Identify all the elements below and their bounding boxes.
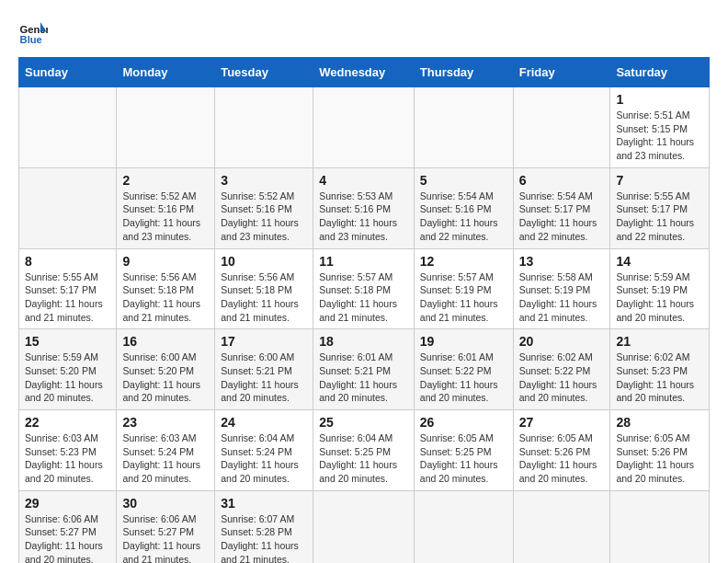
day-info: Sunrise: 5:52 AM Sunset: 5:16 PM Dayligh… xyxy=(221,190,307,244)
day-info: Sunrise: 6:06 AM Sunset: 5:27 PM Dayligh… xyxy=(25,512,110,563)
day-info: Sunrise: 6:02 AM Sunset: 5:23 PM Dayligh… xyxy=(616,350,703,405)
day-number: 12 xyxy=(420,254,507,269)
calendar-week-1: 2Sunrise: 5:52 AM Sunset: 5:16 PM Daylig… xyxy=(19,167,710,248)
day-number: 14 xyxy=(616,254,703,269)
day-info: Sunrise: 5:57 AM Sunset: 5:18 PM Dayligh… xyxy=(319,270,408,325)
day-info: Sunrise: 5:59 AM Sunset: 5:19 PM Dayligh… xyxy=(616,270,703,325)
day-info: Sunrise: 5:59 AM Sunset: 5:20 PM Dayligh… xyxy=(25,350,110,405)
day-cell-12: 12Sunrise: 5:57 AM Sunset: 5:19 PM Dayli… xyxy=(414,248,513,329)
day-number: 20 xyxy=(519,334,605,349)
day-info: Sunrise: 6:02 AM Sunset: 5:22 PM Dayligh… xyxy=(519,350,605,405)
day-info: Sunrise: 6:03 AM Sunset: 5:23 PM Dayligh… xyxy=(25,431,110,486)
day-number: 7 xyxy=(616,173,703,188)
day-cell-11: 11Sunrise: 5:57 AM Sunset: 5:18 PM Dayli… xyxy=(313,248,415,329)
day-info: Sunrise: 5:55 AM Sunset: 5:17 PM Dayligh… xyxy=(616,190,703,244)
day-number: 8 xyxy=(25,254,110,269)
day-cell-29: 29Sunrise: 6:06 AM Sunset: 5:27 PM Dayli… xyxy=(19,490,117,563)
day-number: 24 xyxy=(221,415,307,430)
day-number: 11 xyxy=(319,254,408,269)
day-cell-24: 24Sunrise: 6:04 AM Sunset: 5:24 PM Dayli… xyxy=(215,410,313,491)
calendar-body: 1Sunrise: 5:51 AM Sunset: 5:15 PM Daylig… xyxy=(19,87,710,564)
day-cell-1: 1Sunrise: 5:51 AM Sunset: 5:15 PM Daylig… xyxy=(610,87,710,168)
day-number: 26 xyxy=(420,415,507,430)
day-header-tuesday: Tuesday xyxy=(215,58,313,87)
calendar-week-4: 22Sunrise: 6:03 AM Sunset: 5:23 PM Dayli… xyxy=(19,410,710,491)
day-info: Sunrise: 5:57 AM Sunset: 5:19 PM Dayligh… xyxy=(420,270,507,325)
day-header-sunday: Sunday xyxy=(19,58,117,87)
day-cell-31: 31Sunrise: 6:07 AM Sunset: 5:28 PM Dayli… xyxy=(215,490,313,563)
day-number: 5 xyxy=(420,173,507,188)
day-number: 13 xyxy=(519,254,605,269)
day-number: 10 xyxy=(221,254,307,269)
day-number: 28 xyxy=(616,415,703,430)
day-info: Sunrise: 6:05 AM Sunset: 5:26 PM Dayligh… xyxy=(519,431,605,486)
empty-cell xyxy=(19,167,117,248)
day-cell-30: 30Sunrise: 6:06 AM Sunset: 5:27 PM Dayli… xyxy=(117,490,215,563)
day-info: Sunrise: 6:07 AM Sunset: 5:28 PM Dayligh… xyxy=(221,512,307,563)
day-cell-8: 8Sunrise: 5:55 AM Sunset: 5:17 PM Daylig… xyxy=(19,248,117,329)
day-cell-13: 13Sunrise: 5:58 AM Sunset: 5:19 PM Dayli… xyxy=(513,248,610,329)
page-header: General Blue xyxy=(18,18,710,48)
logo: General Blue xyxy=(18,18,48,48)
calendar-header-row: SundayMondayTuesdayWednesdayThursdayFrid… xyxy=(19,58,710,87)
day-cell-22: 22Sunrise: 6:03 AM Sunset: 5:23 PM Dayli… xyxy=(19,410,117,491)
day-header-wednesday: Wednesday xyxy=(313,58,415,87)
empty-cell xyxy=(610,490,710,563)
day-number: 17 xyxy=(221,334,307,349)
calendar-week-2: 8Sunrise: 5:55 AM Sunset: 5:17 PM Daylig… xyxy=(19,248,710,329)
day-cell-14: 14Sunrise: 5:59 AM Sunset: 5:19 PM Dayli… xyxy=(610,248,710,329)
calendar-table: SundayMondayTuesdayWednesdayThursdayFrid… xyxy=(18,57,710,563)
day-info: Sunrise: 6:00 AM Sunset: 5:20 PM Dayligh… xyxy=(122,350,209,405)
empty-cell xyxy=(313,87,415,168)
day-info: Sunrise: 6:05 AM Sunset: 5:25 PM Dayligh… xyxy=(420,431,507,486)
day-header-saturday: Saturday xyxy=(610,58,710,87)
day-info: Sunrise: 6:01 AM Sunset: 5:21 PM Dayligh… xyxy=(319,350,408,405)
day-cell-20: 20Sunrise: 6:02 AM Sunset: 5:22 PM Dayli… xyxy=(513,329,610,410)
empty-cell xyxy=(414,87,513,168)
day-cell-25: 25Sunrise: 6:04 AM Sunset: 5:25 PM Dayli… xyxy=(313,410,415,491)
day-cell-4: 4Sunrise: 5:53 AM Sunset: 5:16 PM Daylig… xyxy=(313,167,415,248)
calendar-week-5: 29Sunrise: 6:06 AM Sunset: 5:27 PM Dayli… xyxy=(19,490,710,563)
day-number: 3 xyxy=(221,173,307,188)
day-info: Sunrise: 5:58 AM Sunset: 5:19 PM Dayligh… xyxy=(519,270,605,325)
day-info: Sunrise: 6:01 AM Sunset: 5:22 PM Dayligh… xyxy=(420,350,507,405)
day-cell-28: 28Sunrise: 6:05 AM Sunset: 5:26 PM Dayli… xyxy=(610,410,710,491)
day-info: Sunrise: 5:54 AM Sunset: 5:16 PM Dayligh… xyxy=(420,190,507,244)
day-cell-9: 9Sunrise: 5:56 AM Sunset: 5:18 PM Daylig… xyxy=(117,248,215,329)
empty-cell xyxy=(513,87,610,168)
day-cell-18: 18Sunrise: 6:01 AM Sunset: 5:21 PM Dayli… xyxy=(313,329,415,410)
day-cell-21: 21Sunrise: 6:02 AM Sunset: 5:23 PM Dayli… xyxy=(610,329,710,410)
day-cell-2: 2Sunrise: 5:52 AM Sunset: 5:16 PM Daylig… xyxy=(117,167,215,248)
day-info: Sunrise: 6:00 AM Sunset: 5:21 PM Dayligh… xyxy=(221,350,307,405)
empty-cell xyxy=(19,87,117,168)
day-cell-6: 6Sunrise: 5:54 AM Sunset: 5:17 PM Daylig… xyxy=(513,167,610,248)
day-cell-27: 27Sunrise: 6:05 AM Sunset: 5:26 PM Dayli… xyxy=(513,410,610,491)
day-info: Sunrise: 5:55 AM Sunset: 5:17 PM Dayligh… xyxy=(25,270,110,325)
day-cell-23: 23Sunrise: 6:03 AM Sunset: 5:24 PM Dayli… xyxy=(117,410,215,491)
day-cell-17: 17Sunrise: 6:00 AM Sunset: 5:21 PM Dayli… xyxy=(215,329,313,410)
day-header-monday: Monday xyxy=(117,58,215,87)
day-info: Sunrise: 5:56 AM Sunset: 5:18 PM Dayligh… xyxy=(221,270,307,325)
empty-cell xyxy=(313,490,415,563)
day-number: 22 xyxy=(25,415,110,430)
day-number: 31 xyxy=(221,496,307,511)
day-number: 18 xyxy=(319,334,408,349)
day-cell-15: 15Sunrise: 5:59 AM Sunset: 5:20 PM Dayli… xyxy=(19,329,117,410)
day-number: 1 xyxy=(616,92,703,107)
day-number: 6 xyxy=(519,173,605,188)
empty-cell xyxy=(215,87,313,168)
day-number: 4 xyxy=(319,173,408,188)
day-cell-7: 7Sunrise: 5:55 AM Sunset: 5:17 PM Daylig… xyxy=(610,167,710,248)
day-cell-19: 19Sunrise: 6:01 AM Sunset: 5:22 PM Dayli… xyxy=(414,329,513,410)
day-info: Sunrise: 5:53 AM Sunset: 5:16 PM Dayligh… xyxy=(319,190,408,244)
calendar-week-3: 15Sunrise: 5:59 AM Sunset: 5:20 PM Dayli… xyxy=(19,329,710,410)
day-number: 27 xyxy=(519,415,605,430)
day-number: 15 xyxy=(25,334,110,349)
day-info: Sunrise: 6:04 AM Sunset: 5:25 PM Dayligh… xyxy=(319,431,408,486)
day-cell-5: 5Sunrise: 5:54 AM Sunset: 5:16 PM Daylig… xyxy=(414,167,513,248)
day-header-friday: Friday xyxy=(513,58,610,87)
calendar-week-0: 1Sunrise: 5:51 AM Sunset: 5:15 PM Daylig… xyxy=(19,87,710,168)
day-number: 23 xyxy=(122,415,209,430)
empty-cell xyxy=(117,87,215,168)
day-info: Sunrise: 5:54 AM Sunset: 5:17 PM Dayligh… xyxy=(519,190,605,244)
